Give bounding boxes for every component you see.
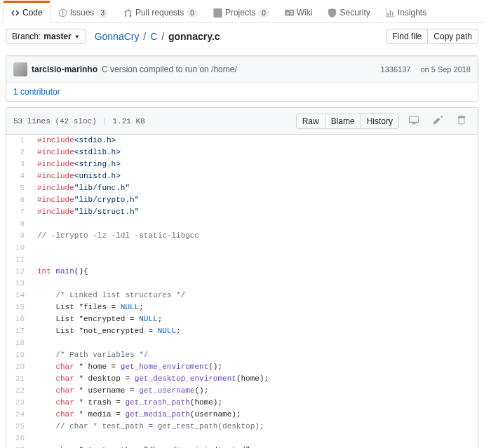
line-content — [30, 433, 478, 444]
raw-button[interactable]: Raw — [296, 114, 325, 129]
line-content: List *encrypted = NULL; — [30, 313, 478, 325]
commit-author[interactable]: tarcisio-marinho — [32, 65, 98, 74]
line-content: int main(){ — [30, 266, 478, 278]
code-line: 21 char * desktop = get_desktop_envirome… — [6, 373, 478, 385]
code-line: 26 — [6, 433, 478, 444]
code-line: 16 List *encrypted = NULL; — [6, 313, 478, 325]
breadcrumb-repo[interactable]: GonnaCry — [95, 31, 140, 42]
copy-path-button[interactable]: Copy path — [427, 29, 478, 44]
file-box: 53 lines (42 sloc) | 1.21 KB Raw Blame H… — [6, 107, 478, 448]
branch-name: master — [43, 32, 71, 41]
branch-label-prefix: Branch: — [12, 32, 41, 41]
line-number[interactable]: 10 — [6, 242, 30, 254]
code-line: 17 List *not_encrypted = NULL; — [6, 325, 478, 337]
project-icon — [213, 8, 222, 18]
line-content: #include"lib/struct.h" — [30, 206, 478, 218]
line-number[interactable]: 7 — [6, 206, 30, 218]
line-number[interactable]: 11 — [6, 254, 30, 266]
blame-button[interactable]: Blame — [325, 114, 361, 129]
code-line: 23 char * trash = get_trash_path(home); — [6, 397, 478, 409]
tab-insights[interactable]: Insights — [378, 1, 434, 23]
line-number[interactable]: 26 — [6, 433, 30, 444]
line-content — [30, 242, 478, 254]
line-content: // -lcrypto -lz -ldl -static-libgcc — [30, 230, 478, 242]
line-number[interactable]: 12 — [6, 266, 30, 278]
line-content: char * test_path = "/home/tarcisio/tests… — [30, 444, 478, 448]
line-content: #include"lib/crypto.h" — [30, 194, 478, 206]
trash-icon[interactable] — [452, 112, 471, 130]
line-number[interactable]: 14 — [6, 290, 30, 301]
tab-pulls[interactable]: Pull requests 0 — [116, 1, 206, 23]
code-line: 24 char * media = get_media_path(usernam… — [6, 409, 478, 421]
line-content: #include<unistd.h> — [30, 170, 478, 182]
line-number[interactable]: 22 — [6, 385, 30, 397]
commit-message[interactable]: C version compiled to run on /home/ — [102, 65, 237, 74]
code-line: 2#include<stdlib.h> — [6, 147, 478, 158]
desktop-icon[interactable] — [405, 112, 423, 130]
file-lines: 53 lines (42 sloc) — [13, 117, 97, 125]
find-file-button[interactable]: Find file — [386, 29, 428, 44]
file-size: 1.21 KB — [112, 117, 144, 125]
line-content: char * home = get_home_enviroment(); — [30, 361, 478, 373]
breadcrumb-sep: / — [161, 31, 164, 42]
line-number[interactable]: 18 — [6, 337, 30, 349]
code-line: 12int main(){ — [6, 266, 478, 278]
line-number[interactable]: 5 — [6, 182, 30, 194]
line-number[interactable]: 8 — [6, 218, 30, 230]
file-actions: Find file Copy path — [386, 29, 478, 44]
line-number[interactable]: 25 — [6, 421, 30, 433]
tab-label: Pull requests — [135, 8, 184, 18]
line-content — [30, 218, 478, 230]
code-line: 18 — [6, 337, 478, 349]
tab-label: Projects — [225, 8, 255, 18]
line-content: /* Linked list structures */ — [30, 290, 478, 301]
code-line: 10 — [6, 242, 478, 254]
line-number[interactable]: 17 — [6, 325, 30, 337]
breadcrumb-dir[interactable]: C — [150, 31, 157, 42]
code-line: 27 char * test_path = "/home/tarcisio/te… — [6, 444, 478, 448]
line-number[interactable]: 27 — [6, 444, 30, 448]
line-number[interactable]: 3 — [6, 158, 30, 170]
commit-sha[interactable]: 1336137 — [381, 65, 411, 74]
line-content: char * desktop = get_desktop_enviroment(… — [30, 373, 478, 385]
tab-issues[interactable]: Issues 3 — [51, 1, 116, 23]
history-button[interactable]: History — [361, 114, 399, 129]
shield-icon — [328, 8, 337, 18]
tab-label: Insights — [398, 8, 426, 18]
line-number[interactable]: 16 — [6, 313, 30, 325]
line-number[interactable]: 15 — [6, 301, 30, 313]
pencil-icon[interactable] — [429, 112, 447, 130]
code-line: 11 — [6, 254, 478, 266]
tab-security[interactable]: Security — [320, 1, 377, 23]
line-number[interactable]: 24 — [6, 409, 30, 421]
line-number[interactable]: 20 — [6, 361, 30, 373]
line-content: // char * test_path = get_test_path(desk… — [30, 421, 478, 433]
contributors-link[interactable]: 1 contributor — [13, 87, 60, 97]
line-number[interactable]: 4 — [6, 170, 30, 182]
line-content: #include<stdlib.h> — [30, 147, 478, 158]
line-number[interactable]: 21 — [6, 373, 30, 385]
branch-select-button[interactable]: Branch: master ▼ — [6, 29, 86, 44]
issue-icon — [58, 8, 67, 18]
tab-projects[interactable]: Projects 0 — [206, 1, 277, 23]
line-number[interactable]: 19 — [6, 349, 30, 361]
breadcrumb-file: gonnacry.c — [168, 31, 220, 42]
code-line: 1#include<stdio.h> — [6, 135, 478, 147]
line-number[interactable]: 13 — [6, 278, 30, 290]
line-number[interactable]: 1 — [6, 135, 30, 147]
line-number[interactable]: 2 — [6, 147, 30, 158]
line-number[interactable]: 23 — [6, 397, 30, 409]
code-line: 13 — [6, 278, 478, 290]
contributors-row: 1 contributor — [6, 82, 478, 101]
line-content: List *not_encrypted = NULL; — [30, 325, 478, 337]
line-number[interactable]: 9 — [6, 230, 30, 242]
tab-count: 0 — [187, 8, 198, 18]
tab-wiki[interactable]: Wiki — [277, 1, 321, 23]
tab-code[interactable]: Code — [3, 1, 51, 23]
line-number[interactable]: 6 — [6, 194, 30, 206]
caret-down-icon: ▼ — [74, 34, 80, 40]
commit-date: on 5 Sep 2018 — [420, 65, 471, 74]
tab-label: Code — [22, 8, 43, 18]
file-nav-row: Branch: master ▼ GonnaCry / C / gonnacry… — [0, 23, 484, 50]
avatar[interactable] — [13, 62, 27, 76]
